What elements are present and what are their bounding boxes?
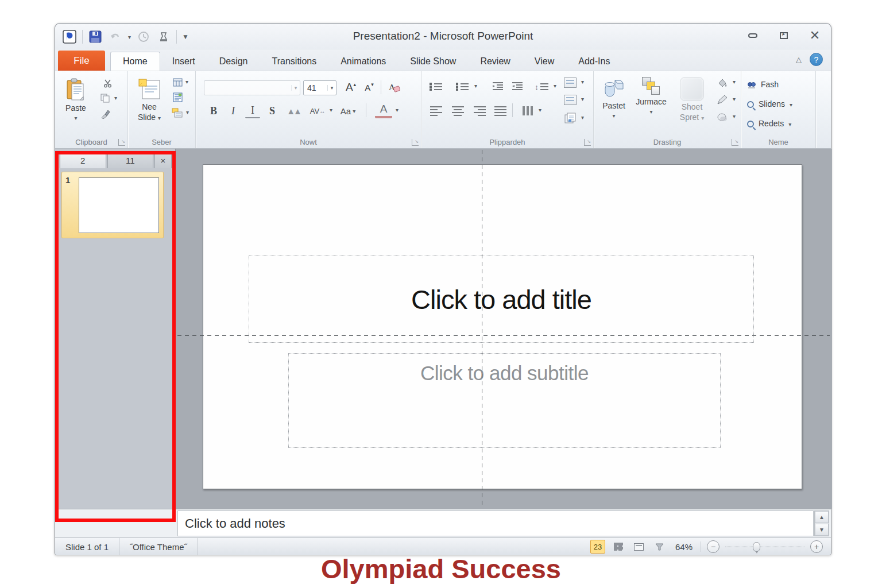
tab-design[interactable]: Design [207,52,260,71]
convert-smartart-button[interactable] [562,111,579,125]
justify-button[interactable] [492,103,509,118]
cut-button[interactable] [100,77,115,90]
tab-slide-show[interactable]: Slide Show [398,52,468,71]
align-center-button[interactable] [449,103,466,118]
shape-outline-button[interactable] [714,93,730,107]
help-button[interactable]: ? [810,53,823,66]
tab-home[interactable]: Home [110,52,160,71]
shape-effects-dropdown-icon[interactable]: ▾ [733,113,736,119]
shape-fill-button[interactable] [714,76,730,90]
fit-to-window-button[interactable]: + [810,540,823,553]
layout-button[interactable] [171,76,184,88]
shrink-font-button[interactable]: A▾ [361,79,377,95]
text-direction-dropdown-icon[interactable]: ▾ [581,79,584,85]
copy-button[interactable] [98,92,113,105]
layout-dropdown-icon[interactable]: ▾ [185,79,188,85]
notes-input[interactable]: Click to add notes [177,510,814,536]
tab-review[interactable]: Review [468,52,522,71]
shape-effects-button[interactable] [714,110,730,124]
slide-canvas[interactable]: Click to add title Click to add subtitle [203,164,802,489]
section-dropdown-icon[interactable]: ▾ [186,109,189,115]
font-dialog-launcher[interactable]: ↘ [412,139,419,146]
restore-button[interactable] [776,29,792,42]
numbering-dropdown-icon[interactable]: ▾ [474,83,477,89]
character-spacing-dropdown-icon[interactable]: ▾ [330,107,332,113]
slide-thumbnail-selected[interactable]: 1 [61,172,164,238]
notes-scrollbar[interactable]: ▲ ▼ [814,510,829,536]
align-text-button[interactable] [562,93,579,107]
font-color-dropdown-icon[interactable]: ▾ [396,107,399,113]
tab-insert[interactable]: Insert [160,52,207,71]
scroll-up-icon[interactable]: ▲ [815,511,829,523]
new-slide-button[interactable]: Nee Slide ▾ [133,76,166,122]
tab-transitions[interactable]: Transitions [260,52,329,71]
line-spacing-dropdown-icon[interactable]: ▾ [554,83,556,89]
minimize-button[interactable] [745,29,761,42]
tab-add-ins[interactable]: Add-Ins [566,52,622,71]
text-direction-button[interactable] [562,76,579,90]
close-button[interactable]: ✕ [807,29,823,42]
font-size-combo[interactable]: 41▾ [303,80,336,95]
horizontal-guide[interactable] [177,335,830,336]
slide-sorter-view-button[interactable] [611,540,626,554]
shape-fill-dropdown-icon[interactable]: ▾ [733,79,736,85]
tab-view[interactable]: View [523,52,566,71]
decrease-indent-button[interactable] [489,79,506,94]
tab-slides-thumbnails[interactable]: 2 [60,152,106,168]
replace-button[interactable]: Slidens ▾ [747,98,814,111]
group-label-drawing: Drasting [594,138,741,146]
character-spacing-button[interactable]: AV↔ [307,103,328,118]
columns-dropdown-icon[interactable]: ▾ [539,107,541,113]
copy-dropdown-icon[interactable]: ▾ [114,95,117,101]
zoom-slider[interactable] [725,547,804,547]
zoom-slider-thumb[interactable] [753,542,760,552]
scroll-down-icon[interactable]: ▼ [815,524,829,536]
title-placeholder[interactable]: Click to add title [249,256,754,343]
arrange-button[interactable]: Jurmace ▾ [633,75,670,115]
drawing-dialog-launcher[interactable]: ↘ [732,139,738,146]
smartart-dropdown-icon[interactable]: ▾ [581,114,584,121]
columns-button[interactable] [519,103,536,118]
paragraph-dialog-launcher[interactable]: ↘ [584,139,591,146]
strikethrough-button[interactable]: S [265,103,280,118]
shapes-button[interactable]: Pastet ▾ [597,75,630,119]
zoom-percentage[interactable]: 64% [675,542,693,552]
align-text-dropdown-icon[interactable]: ▾ [581,96,584,102]
bullets-button[interactable] [427,79,444,94]
minimize-ribbon-icon[interactable]: △ [796,55,802,64]
reading-view-button[interactable] [632,540,647,554]
reset-button[interactable] [171,91,184,103]
numbering-button[interactable] [454,79,471,94]
slide-show-button[interactable] [652,540,667,554]
change-case-button[interactable]: Aa▾ [338,103,358,118]
normal-view-button[interactable]: 23 [590,540,605,554]
vertical-guide[interactable] [482,150,482,508]
tab-animations[interactable]: Animations [328,52,398,71]
font-name-combo[interactable]: ▾ [204,80,300,95]
align-right-button[interactable] [471,103,488,118]
panel-close-button[interactable]: × [154,152,172,168]
section-button[interactable] [169,106,184,119]
italic-button[interactable]: I [226,103,241,118]
format-painter-button[interactable] [98,107,113,121]
zoom-out-button[interactable]: − [707,540,719,553]
increase-indent-button[interactable] [509,79,526,94]
clear-formatting-button[interactable]: A [385,79,404,95]
font-color-button[interactable]: A [375,102,392,118]
tab-file[interactable]: File [58,51,105,71]
underline-button[interactable]: I [245,103,260,118]
align-left-button[interactable] [427,103,444,118]
quick-styles-button[interactable]: Shoet Spret ▾ [673,75,711,122]
grow-font-button[interactable]: A▴ [342,79,359,95]
text-shadow-button[interactable]: ▲▲ [283,103,304,118]
paste-button[interactable]: Paste ▾ [61,76,91,121]
tab-outline[interactable]: 11 [107,152,154,168]
find-button[interactable]: Fash [747,78,810,92]
select-button[interactable]: Redets ▾ [747,117,814,131]
slide-thumbnail-image[interactable] [79,177,159,233]
bold-button[interactable]: B [206,103,221,118]
subtitle-placeholder[interactable]: Click to add subtitle [288,353,721,448]
line-spacing-button[interactable]: ↕ [532,79,551,94]
clipboard-dialog-launcher[interactable]: ↘ [118,139,125,146]
shape-outline-dropdown-icon[interactable]: ▾ [733,96,736,102]
